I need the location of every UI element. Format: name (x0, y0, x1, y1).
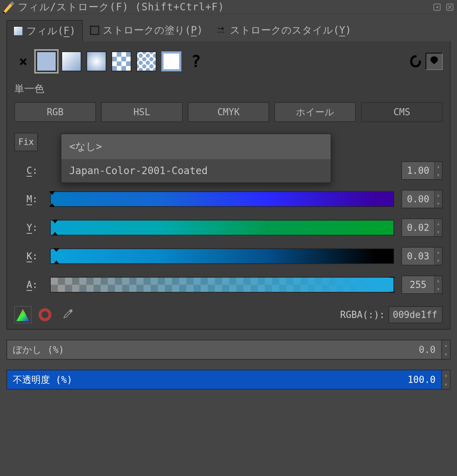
svg-point-3 (40, 310, 50, 320)
svg-marker-2 (16, 309, 29, 321)
fill-tab-icon (14, 26, 23, 36)
no-paint-button[interactable]: × (14, 53, 32, 70)
flat-color-label: 単一色 (14, 82, 443, 96)
stroke-style-tab-icon (217, 26, 226, 35)
opacity-value: 100.0 (408, 374, 436, 385)
pattern-button[interactable] (111, 51, 131, 71)
color-profile-dropdown[interactable]: <なし> Japan-Color-2001-Coated (61, 133, 331, 183)
flat-color-button[interactable] (36, 51, 56, 71)
chevron-up-icon[interactable]: ▲ (435, 248, 442, 256)
chevron-up-icon[interactable]: ▲ (442, 370, 450, 380)
chevron-down-icon[interactable]: ▼ (442, 380, 450, 389)
blur-slider[interactable]: ぼかし (%) 0.0 ▲▼ (6, 340, 451, 360)
channel-y-slider[interactable] (50, 220, 394, 236)
channel-m-slider[interactable] (50, 191, 394, 207)
blur-value: 0.0 (419, 344, 436, 355)
stroke-paint-tab-icon (90, 26, 99, 35)
channel-a-spin[interactable]: 255 ▲▼ (401, 275, 443, 294)
window-minimize-button[interactable] (432, 2, 442, 12)
chevron-up-icon[interactable]: ▲ (442, 340, 450, 350)
pattern2-button[interactable] (136, 51, 156, 71)
channel-c-spin[interactable]: 1.00 ▲▼ (401, 161, 443, 180)
radial-gradient-button[interactable] (86, 51, 106, 71)
chevron-up-icon[interactable]: ▲ (435, 162, 442, 171)
window-close-button[interactable] (445, 2, 455, 12)
colorspace-hsl[interactable]: HSL (101, 102, 183, 122)
channel-m-label: M: (14, 194, 50, 204)
out-of-gamut-icon[interactable] (36, 306, 54, 323)
eyedropper-icon[interactable] (59, 306, 76, 323)
channel-k-label: K: (14, 251, 50, 262)
channel-y-label: Y: (14, 222, 50, 233)
channel-y-spin[interactable]: 0.02 ▲▼ (401, 218, 443, 237)
rgba-input[interactable]: 009de1ff (388, 306, 443, 323)
link1-button[interactable] (407, 53, 424, 70)
fill-stroke-tabs: フィル(F) ストロークの塗り(P) ストロークのスタイル(Y) (6, 19, 451, 41)
chevron-up-icon[interactable]: ▲ (435, 219, 442, 228)
linear-gradient-button[interactable] (61, 51, 81, 71)
chevron-up-icon[interactable]: ▲ (435, 276, 442, 285)
rgba-label: RGBA(:): (340, 309, 385, 320)
colorspace-rgb[interactable]: RGB (14, 102, 96, 122)
colorspace-cmyk[interactable]: CMYK (188, 102, 270, 122)
chevron-down-icon[interactable]: ▼ (435, 256, 442, 265)
profile-option-japan[interactable]: Japan-Color-2001-Coated (61, 159, 331, 182)
profile-option-none[interactable]: <なし> (61, 134, 331, 159)
channel-k-spin[interactable]: 0.03 ▲▼ (401, 247, 443, 265)
opacity-label: 不透明度 (%) (13, 374, 72, 386)
channel-k-slider[interactable] (50, 248, 394, 264)
color-managed-icon[interactable] (14, 306, 31, 323)
tab-stroke-paint[interactable]: ストロークの塗り(P) (83, 19, 210, 41)
tab-stroke-style[interactable]: ストロークのスタイル(Y) (210, 19, 358, 41)
unknown-paint-button[interactable]: ? (187, 52, 205, 71)
channel-c-label: C: (14, 165, 50, 176)
chevron-down-icon[interactable]: ▼ (435, 199, 442, 208)
blur-label: ぼかし (%) (13, 344, 64, 356)
colorspace-cms[interactable]: CMS (361, 102, 443, 122)
chevron-down-icon[interactable]: ▼ (435, 171, 442, 179)
window-title: フィル/ストローク(F) (Shift+Ctrl+F) (18, 0, 429, 14)
channel-a-label: A: (14, 279, 50, 290)
colorspace-wheel[interactable]: ホイール (274, 102, 356, 122)
chevron-down-icon[interactable]: ▼ (442, 350, 450, 359)
link2-button[interactable] (426, 53, 443, 70)
chevron-down-icon[interactable]: ▼ (435, 228, 442, 236)
fix-button[interactable]: Fix (14, 133, 38, 151)
tab-fill[interactable]: フィル(F) (6, 20, 83, 41)
chevron-up-icon[interactable]: ▲ (435, 191, 442, 199)
svg-point-4 (70, 309, 72, 312)
swatch-button[interactable] (161, 51, 181, 71)
chevron-down-icon[interactable]: ▼ (435, 285, 442, 293)
channel-m-spin[interactable]: 0.00 ▲▼ (401, 190, 443, 208)
fill-stroke-dialog-icon (2, 1, 15, 14)
opacity-slider[interactable]: 不透明度 (%) 100.0 ▲▼ (6, 370, 451, 390)
channel-a-slider[interactable] (50, 277, 394, 293)
